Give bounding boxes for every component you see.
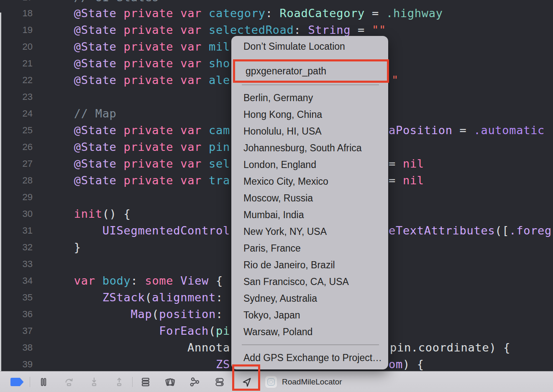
line-number: 31 (0, 222, 33, 239)
line-number: 26 (0, 139, 33, 155)
menu-separator (242, 84, 379, 85)
code-text: ZS (46, 356, 230, 373)
running-app-name: RoadMileLocator (282, 372, 342, 392)
annotation-highlight-gpx-item: gpxgenerator_path (233, 59, 389, 83)
line-number: 36 (0, 306, 33, 323)
code-text: @State private var mil (46, 38, 230, 55)
menu-item-add-gps-exchange-to-project[interactable]: Add GPS Exchange to Project… (231, 349, 388, 366)
code-text: UISegmentedControl (46, 222, 230, 239)
menu-item-san-francisco-ca-usa[interactable]: San Francisco, CA, USA (231, 273, 388, 290)
code-text: Map(position: (46, 306, 230, 323)
menu-item-warsaw-poland[interactable]: Warsaw, Poland (231, 323, 388, 340)
code-text-right: eTextAttributes([.foreg (389, 222, 552, 239)
toolbar-divider (30, 377, 30, 387)
line-number: 25 (0, 122, 33, 139)
menu-item-london-england[interactable]: London, England (231, 156, 388, 173)
toggles-icon (215, 377, 225, 387)
menu-item-don-t-simulate-location[interactable]: Don’t Simulate Location (231, 38, 388, 55)
code-text: @State private var sel (46, 155, 230, 172)
line-number: 22 (0, 72, 33, 89)
environment-overrides-button[interactable] (213, 372, 226, 392)
line-number: 34 (0, 272, 33, 289)
memory-layers-icon (165, 377, 175, 387)
menu-item-tokyo-japan[interactable]: Tokyo, Japan (231, 307, 388, 323)
menu-item-moscow-russia[interactable]: Moscow, Russia (231, 190, 388, 206)
step-out-icon (114, 377, 124, 387)
code-text: Annota (46, 339, 230, 356)
menu-item-hong-kong-china[interactable]: Hong Kong, China (231, 106, 388, 123)
line-number: 18 (0, 5, 33, 22)
line-number: 27 (0, 155, 33, 172)
menu-item-rio-de-janeiro-brazil[interactable]: Rio de Janeiro, Brazil (231, 257, 388, 273)
breakpoint-tag-icon (10, 377, 24, 387)
step-out-button[interactable] (113, 372, 125, 392)
simulate-location-menu: Don’t Simulate Locationgpxgenerator_path… (231, 36, 388, 369)
menu-item-mexico-city-mexico[interactable]: Mexico City, Mexico (231, 173, 388, 190)
share-graph-icon (189, 377, 200, 387)
code-text-right: = nil (389, 155, 424, 172)
code-text: ForEach(pi (46, 323, 230, 339)
breakpoints-toggle-button[interactable] (10, 372, 24, 392)
debug-toolbar: RoadMileLocator (0, 371, 553, 392)
code-line: 18 @State private var category: RoadCate… (0, 5, 553, 22)
line-number: 21 (0, 55, 33, 72)
line-number: 23 (0, 89, 33, 105)
step-over-button[interactable] (63, 372, 75, 392)
line-number: 20 (0, 38, 33, 55)
step-into-button[interactable] (88, 372, 100, 392)
line-number: 33 (0, 256, 33, 272)
line-number: 35 (0, 289, 33, 306)
line-number: 28 (0, 172, 33, 189)
menu-item-paris-france[interactable]: Paris, France (231, 240, 388, 257)
code-text: // Map (46, 105, 117, 122)
line-number: 30 (0, 206, 33, 222)
line-number: 39 (0, 356, 33, 373)
toolbar-divider (132, 377, 133, 387)
code-text: var body: some View { (46, 272, 223, 289)
line-number: 19 (0, 22, 33, 38)
code-text: @State private var ale (46, 72, 230, 89)
menu-item-mumbai-india[interactable]: Mumbai, India (231, 206, 388, 223)
view-hierarchy-button[interactable] (139, 372, 152, 392)
network-report-button[interactable] (188, 372, 201, 392)
code-text: @State private var tra (46, 172, 230, 189)
step-over-icon (64, 377, 74, 387)
code-text: ZStack(alignment: (46, 289, 230, 306)
line-number: 38 (0, 339, 33, 356)
line-number: 32 (0, 239, 33, 256)
code-text-right: om) { (389, 356, 424, 373)
code-text-right: aPosition = .automatic (389, 122, 545, 139)
code-text: @State private var pin (46, 139, 230, 155)
line-number: 24 (0, 105, 33, 122)
step-into-icon (89, 377, 99, 387)
code-text: } (46, 239, 81, 256)
code-text: @State private var category: RoadCategor… (46, 5, 443, 22)
menu-item-gpxgenerator-path[interactable]: gpxgenerator_path (235, 61, 387, 81)
menu-item-berlin-germany[interactable]: Berlin, Germany (231, 89, 388, 106)
memory-graph-button[interactable] (164, 372, 176, 392)
app-icon (265, 376, 277, 388)
code-text-right: pin.coordinate) { (390, 339, 510, 356)
simulate-location-button[interactable] (241, 372, 253, 392)
line-number: 37 (0, 323, 33, 339)
pause-icon (38, 377, 49, 387)
xcode-window: 17 // UI States18 @State private var cat… (0, 0, 553, 392)
line-number: 29 (0, 189, 33, 206)
location-arrow-icon (242, 377, 252, 387)
hierarchy-icon (141, 377, 151, 387)
code-text: @State private var sho (46, 55, 230, 72)
menu-item-honolulu-hi-usa[interactable]: Honolulu, HI, USA (231, 123, 388, 140)
menu-separator (242, 344, 379, 345)
menu-item-sydney-australia[interactable]: Sydney, Australia (231, 290, 388, 307)
menu-item-new-york-ny-usa[interactable]: New York, NY, USA (231, 223, 388, 240)
code-text-right: = nil (389, 172, 424, 189)
code-text: init() { (46, 206, 131, 222)
pause-button[interactable] (37, 372, 50, 392)
menu-item-johannesburg-south-africa[interactable]: Johannesburg, South Africa (231, 140, 388, 156)
code-text-right: " (392, 72, 399, 89)
code-text: @State private var cam (46, 122, 230, 139)
